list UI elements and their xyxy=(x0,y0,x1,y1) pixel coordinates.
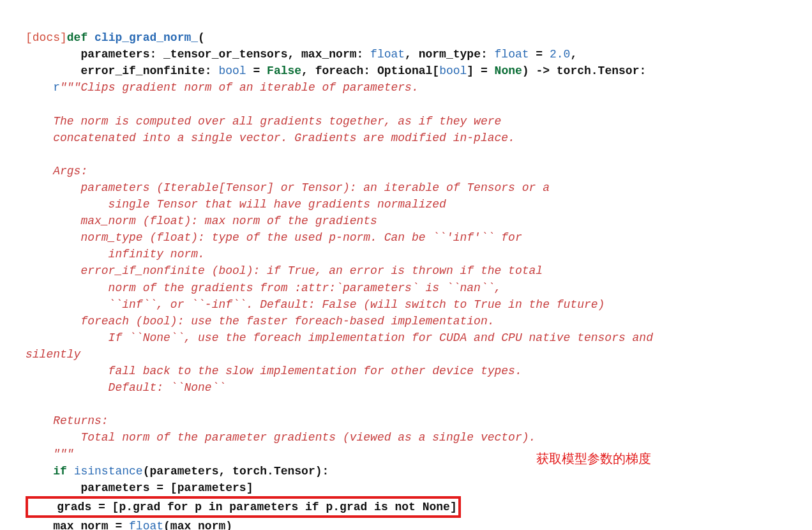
docstring: """Clips gradient norm of an iterable of… xyxy=(60,81,419,94)
kw-def: def xyxy=(67,31,87,44)
annotation-text: 获取模型参数的梯度 xyxy=(536,450,651,468)
code-block: [docs]def clip_grad_norm_( parameters: _… xyxy=(0,0,812,530)
highlighted-line: grads = [p.grad for p in parameters if p… xyxy=(26,496,461,518)
func-name: clip_grad_norm_ xyxy=(94,31,198,44)
docs-link[interactable]: [docs] xyxy=(26,31,67,44)
